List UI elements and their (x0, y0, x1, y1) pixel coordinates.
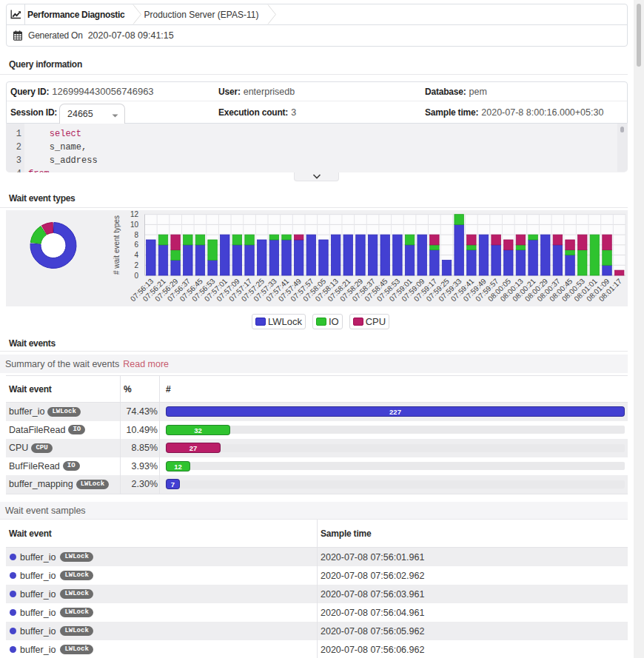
svg-text:4: 4 (134, 251, 138, 259)
svg-text:8: 8 (134, 231, 138, 239)
svg-text:# wait event types: # wait event types (113, 215, 121, 275)
svg-text:0: 0 (134, 272, 138, 280)
svg-text:6: 6 (134, 241, 138, 249)
svg-text:10: 10 (130, 221, 139, 229)
svg-text:2: 2 (134, 261, 138, 269)
svg-text:12: 12 (130, 210, 139, 218)
